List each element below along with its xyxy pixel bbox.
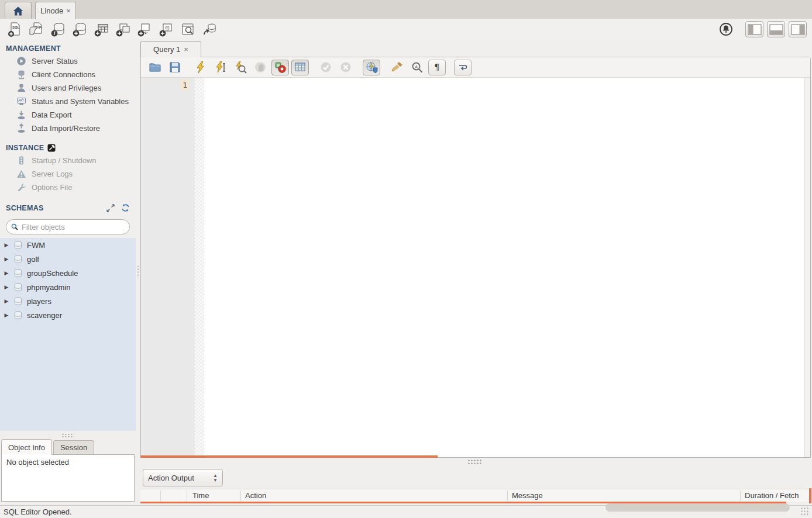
home-icon [12,5,25,17]
save-button[interactable] [166,60,184,75]
expander-icon[interactable]: ▶ [4,298,9,304]
expander-icon[interactable]: ▶ [4,284,9,290]
column-header-message[interactable]: Message [512,491,543,500]
schema-name: phpmyadmin [27,283,70,292]
toggle-right-panel-button[interactable] [789,21,807,37]
sidebar-item-startup-shutdown[interactable]: Startup / Shutdown [0,154,136,167]
execute-current-button[interactable] [212,60,229,75]
expander-icon[interactable]: ▶ [4,242,9,248]
sidebar-item-data-import[interactable]: Data Import/Restore [0,122,136,135]
expander-icon[interactable]: ▶ [4,270,9,276]
sql-text-area[interactable] [204,78,804,457]
connection-tab-linode[interactable]: Linode × [35,2,76,19]
sidebar-item-users-privileges[interactable]: Users and Privileges [0,81,136,95]
stop-on-error-icon [274,61,287,74]
sidebar-item-server-status[interactable]: Server Status [0,54,136,68]
sidebar-item-label: Status and System Variables [32,97,129,106]
server-status-icon [16,56,26,66]
create-table-button[interactable] [91,20,112,39]
data-export-icon [16,110,26,120]
query-tab[interactable]: Query 1 × [140,41,201,57]
sql-editor: A ¶ 1 [140,57,811,458]
column-header-duration[interactable]: Duration / Fetch [745,491,799,500]
editor-horizontal-scrollbar[interactable] [140,455,438,458]
reconnect-dbms-button[interactable] [199,20,221,39]
create-function-button[interactable]: f() [156,20,177,39]
panel-left-icon [748,24,762,35]
close-icon[interactable]: × [184,46,188,53]
home-tab[interactable] [5,2,32,19]
data-import-icon [16,123,26,133]
open-sql-script-button[interactable]: SQL [26,20,47,39]
notifications-button[interactable] [718,22,734,37]
toggle-stop-on-error-button[interactable] [271,60,289,75]
execute-button[interactable] [192,60,209,75]
output-splitter-handle[interactable] [467,459,483,465]
expander-icon[interactable]: ▶ [4,312,9,318]
schema-filter-input[interactable] [22,223,125,232]
expand-icon[interactable] [106,204,115,212]
editor-vertical-scrollbar[interactable] [804,78,810,457]
tab-session[interactable]: Session [53,440,94,455]
system-variables-icon [16,96,26,106]
instance-header: INSTANCE [6,144,130,152]
tab-object-info[interactable]: Object Info [1,439,52,455]
sidebar-item-data-export[interactable]: Data Export [0,108,136,122]
create-procedure-icon [137,22,153,37]
find-button[interactable]: A [408,60,426,75]
save-icon [168,61,181,74]
sidebar-item-label: Data Import/Restore [32,124,100,133]
create-schema-button[interactable] [69,20,91,39]
schema-row-scavenger[interactable]: ▶ scavenger [0,308,136,322]
sidebar-item-options-file[interactable]: Options File [0,181,136,194]
main-toolbar: SQL SQL i f() [0,19,812,40]
column-header-action[interactable]: Action [245,491,266,500]
rollback-button [337,60,355,75]
main-toolbar-left: SQL SQL i f() [0,20,221,39]
sidebar-content-splitter[interactable] [136,40,140,505]
new-sql-tab-button[interactable]: SQL [4,20,26,39]
output-type-select[interactable]: Action Output ▲▼ [143,469,223,486]
find-icon: A [411,61,424,74]
schema-row-players[interactable]: ▶ players [0,294,136,308]
schema-name: groupSchedule [27,269,78,278]
expander-icon[interactable]: ▶ [4,256,9,262]
schema-row-golf[interactable]: ▶ golf [0,252,136,266]
sidebar-item-label: Options File [32,183,72,192]
explain-button[interactable] [232,60,249,75]
connection-tabbar: Linode × [0,0,812,19]
toggle-left-panel-button[interactable] [745,21,763,37]
schema-row-groupschedule[interactable]: ▶ groupSchedule [0,266,136,280]
schema-name: players [27,297,51,306]
show-invisibles-button[interactable]: ¶ [428,60,446,75]
search-table-data-button[interactable] [177,20,199,39]
column-header-time[interactable]: Time [192,491,209,500]
sidebar-item-server-logs[interactable]: Server Logs [0,167,136,181]
reconnect-dbms-icon [202,22,218,37]
sidebar-item-client-connections[interactable]: Client Connections [0,68,136,81]
create-view-button[interactable] [112,20,134,39]
broom-icon [391,61,404,74]
schema-row-fwm[interactable]: ▶ FWM [0,238,136,252]
schema-row-phpmyadmin[interactable]: ▶ phpmyadmin [0,280,136,294]
output-vertical-scrollbar[interactable] [809,488,811,503]
limit-rows-button[interactable] [291,60,309,75]
inspect-database-icon: i [50,22,66,37]
search-icon [11,222,18,232]
resize-grip[interactable] [800,507,810,516]
sidebar-item-status-system-variables[interactable]: Status and System Variables [0,95,136,108]
beautify-button[interactable] [388,60,406,75]
refresh-icon[interactable] [121,203,130,212]
svg-text:¶: ¶ [434,62,440,72]
close-icon[interactable]: × [66,7,71,15]
toggle-autocommit-button[interactable] [363,60,380,75]
output-horizontal-scrollbar[interactable] [605,503,790,512]
inspect-database-button[interactable]: i [47,20,69,39]
schema-icon [13,268,23,278]
sidebar-splitter-handle[interactable] [0,431,136,439]
schema-icon [13,282,23,292]
open-file-button[interactable] [146,60,164,75]
create-procedure-button[interactable] [134,20,156,39]
toggle-bottom-panel-button[interactable] [767,21,785,37]
toggle-wrap-button[interactable] [454,60,472,75]
